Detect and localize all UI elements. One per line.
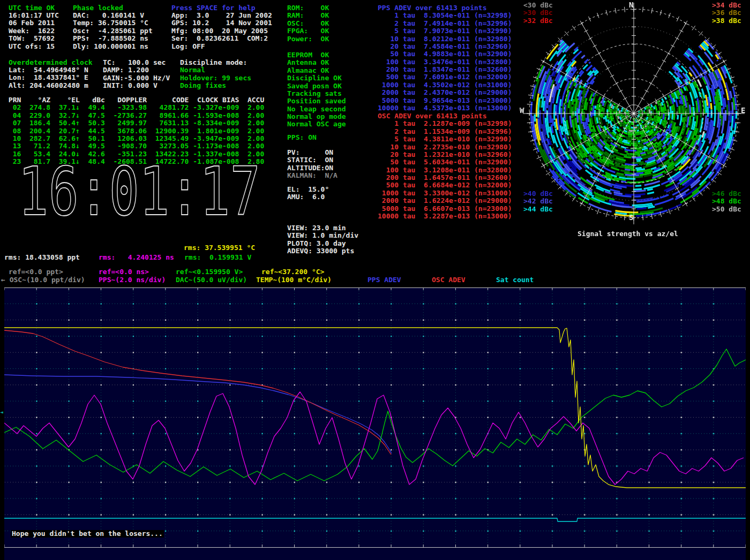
line: Osc↑ -4.285061 ppt — [73, 27, 153, 35]
filter-status-list: PV: ONSTATIC: ONALTITUDE:ONKALMAN: N/A — [287, 149, 338, 180]
strip-chart[interactable]: Hope you didn't bet on the losers... — [4, 287, 746, 560]
line: Temp: 36.750015 °C — [73, 19, 153, 27]
trace-label-sat-count: Sat count — [496, 276, 534, 284]
utc-status-lines: 16:01:17 UTC06 Feb 2011Week: 1622TOW: 57… — [9, 12, 59, 50]
line: FPGA: OK — [287, 27, 329, 35]
line: App: 3.0 27 Jun 2002 — [171, 12, 272, 19]
adev-title: PPS ADEV over 61413 points — [378, 4, 512, 12]
adev-row: 10000 tau 4.5373e-013 (n=13000) — [378, 104, 512, 112]
line: <30 dBc — [523, 2, 553, 9]
line: OSC: OK — [287, 20, 329, 27]
pps-status: PPS: ON — [287, 134, 317, 141]
line: TC: 100.0 sec — [103, 59, 170, 66]
adev-row: 2000 tau 1.6224e-012 (n=29000) — [378, 197, 512, 205]
discipline-mode: Discipline mode:NormalHoldover: 99 secsD… — [180, 59, 251, 90]
line: PLOTQ: 3.0 day — [287, 240, 358, 247]
hw-status-lines: ROM: OKRAM: OKOSC: OKFPGA: OKPower: OK — [287, 4, 329, 43]
adev-row: 5 tau 7.9073e-011 (n=32990) — [378, 27, 512, 35]
line: No leap second — [287, 105, 346, 113]
ref-temp: ref~<37.200 °C> — [261, 268, 324, 276]
view-settings: VIEW: 23.0 minVIEW: 1.0 min/divPLOTQ: 3.… — [287, 224, 358, 255]
osc-adev-table: OSC ADEV over 61413 points 1 tau 2.1287e… — [378, 112, 512, 220]
ref-osc: ref=<0.0 ppt> — [9, 268, 63, 276]
line: >36 dBc — [712, 9, 741, 17]
table-row: 16 53.4 24.0↓ 42.6 -351.23 13422.23 -1.3… — [4, 150, 264, 158]
trace-label-pps-adev: PPS ADEV — [368, 276, 401, 284]
loop-params: TC: 100.0 secDAMP: 1.200GAIN:-5.000 Hz/V… — [103, 59, 170, 90]
line: >34 dBc — [712, 2, 741, 9]
trace-label-osc: ← OSC~(10.0 ppt/div) — [1, 276, 85, 284]
digital-clock-digits: 16:01:17 — [18, 162, 260, 225]
line: KALMAN: N/A — [287, 172, 338, 179]
line: RAM: OK — [287, 12, 329, 19]
table-row: 07 186.4 50.4↑ 50.3 2499.97 7631.13 -8.3… — [4, 119, 264, 127]
dbc-legend-top-right: >34 dBc>36 dBc>38 dBc — [712, 2, 741, 25]
line: GAIN:-5.000 Hz/V — [103, 74, 170, 82]
digital-clock: 16:01:17 — [15, 162, 267, 225]
line: PV: ON — [287, 149, 338, 156]
rms-temp: rms: 37.539951 °C — [184, 244, 255, 252]
line: >50 dBc — [712, 206, 741, 213]
rms-pps: rms: 4.240125 ns — [99, 254, 174, 261]
version-lines: App: 3.0 27 Jun 2002GPS: 10.2 14 Nov 200… — [171, 12, 272, 50]
adev-row: 20 tau 1.2321e-010 (n=32960) — [378, 151, 512, 158]
adev-row: 5 tau 4.3811e-010 (n=32990) — [378, 135, 512, 143]
adev-row: 200 tau 1.6457e-011 (n=32600) — [378, 174, 512, 181]
lady-heather-monitor: UTC time OK 16:01:17 UTC06 Feb 2011Week:… — [0, 0, 750, 560]
trace-label-temp: TEMP~(100 m°C/div) — [256, 276, 332, 284]
line: >46 dBc — [712, 190, 741, 198]
adev-row: 500 tau 7.6091e-012 (n=32000) — [378, 73, 512, 81]
table-row: 13 71.2 74.8↓ 49.5 -908.70 3273.05 -1.17… — [4, 142, 264, 150]
line: Position saved — [287, 97, 346, 105]
status-message: Hope you didn't bet on the losers... — [11, 530, 164, 538]
strip-chart-canvas[interactable] — [4, 287, 746, 560]
line: ROM: OK — [287, 4, 329, 12]
adev-row: 1 tau 2.1287e-009 (n=32998) — [378, 120, 512, 127]
rms-dac: rms: 0.159931 V — [184, 254, 251, 261]
compass-east: E — [741, 106, 745, 115]
line: ALTITUDE:ON — [287, 164, 338, 172]
line: TOW: 57692 — [9, 35, 59, 42]
trace-label-dac: DAC~(50.0 uV/div) — [176, 276, 247, 284]
table-row: 10 282.7 62.6↑ 50.1 1206.03 12345.49 -3.… — [4, 135, 264, 142]
adev-row: 1000 tau 3.3300e-012 (n=31000) — [378, 190, 512, 197]
adev-row: 50 tau 4.9883e-011 (n=32900) — [378, 50, 512, 58]
satellite-table: PRN °AZ °EL dBc DOPPLER CODE CLOCK BIAS … — [4, 96, 264, 165]
plot-left-edge-marker-icon: ◄ — [0, 409, 3, 415]
adev-row: 10 tau 8.0212e-011 (n=32980) — [378, 35, 512, 43]
adev-row: 2000 tau 2.4370e-012 (n=29000) — [378, 89, 512, 96]
line: EEPROM OK — [287, 51, 346, 59]
polar-signal-map[interactable]: N S W E <30 dBc>30 dBc>32 dBc >34 dBc>36… — [519, 0, 750, 242]
line: Lon: 18.4337841° E — [9, 74, 88, 81]
line: Mfg: 08:00 20 May 2005 — [171, 27, 272, 35]
line: Discipline OK — [287, 74, 346, 82]
line: Ser: 0.82362611 COM:2 — [171, 35, 272, 42]
line: INIT: 0.000 V — [103, 82, 170, 89]
line: EL: 15.0° — [287, 186, 329, 193]
line: VIEW: 1.0 min/div — [287, 232, 358, 239]
table-row: 02 274.8 37.1↓ 49.4 -323.98 4281.72 -3.3… — [4, 104, 264, 111]
line: >32 dBc — [523, 17, 553, 25]
compass-north: N — [629, 1, 633, 9]
trace-label-pps: PPS~(2.0 ns/div) — [99, 276, 166, 284]
line: >30 dBc — [523, 9, 553, 17]
line: AMU: 6.0 — [287, 193, 329, 201]
line: DAC: 0.160141 V — [73, 12, 153, 19]
line: Discipline mode: — [180, 59, 251, 66]
trace-label-osc-adev: OSC ADEV — [432, 276, 466, 284]
ref-pps: ref=<0.0 ns> — [99, 268, 149, 276]
line: Power: OK — [287, 35, 329, 43]
line: STATIC: ON — [287, 156, 338, 164]
line: Antenna OK — [287, 59, 346, 66]
adev-row: 1000 tau 4.3502e-012 (n=31000) — [378, 81, 512, 89]
line: >40 dBc — [523, 190, 553, 198]
line: PPS↑ -7.888502 ns — [73, 35, 153, 42]
adev-row: 10 tau 2.2735e-010 (n=32980) — [378, 143, 512, 151]
line: Tracking sats — [287, 90, 346, 97]
line: Week: 1622 — [9, 27, 59, 35]
line: 06 Feb 2011 — [9, 19, 59, 27]
line: Almanac OK — [287, 67, 346, 74]
adev-row: 1 tau 8.3054e-011 (n=32998) — [378, 12, 512, 19]
dbc-legend-bottom-left: >40 dBc>42 dBc>44 dBc — [523, 190, 553, 213]
adev-row: 2 tau 7.4914e-011 (n=32996) — [378, 20, 512, 27]
